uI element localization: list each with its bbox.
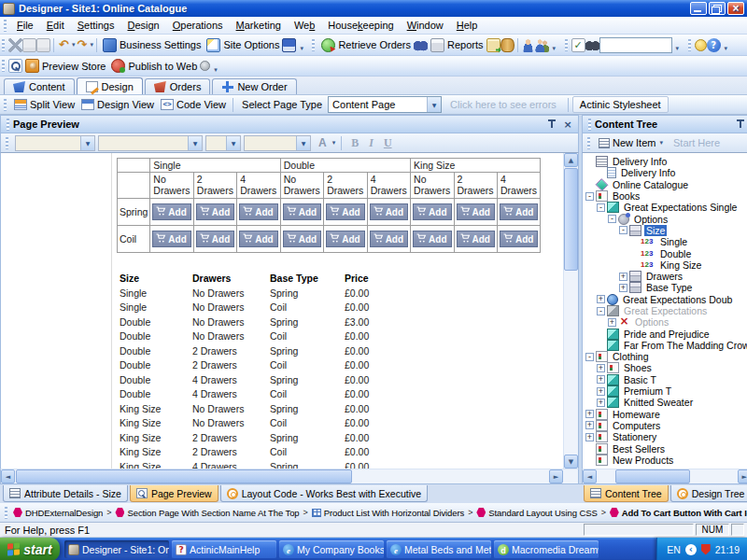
add-to-cart-button[interactable]: Add <box>239 231 277 247</box>
tree-item-great-expectations-single[interactable]: -Great Expectations Single <box>583 202 747 213</box>
toolbar-gripper[interactable] <box>565 39 568 51</box>
save-icon[interactable] <box>282 38 296 52</box>
menu-item-marketing[interactable]: Marketing <box>230 18 288 33</box>
menu-item-housekeeping[interactable]: Housekeeping <box>321 18 400 33</box>
bottom-tab-design-tree[interactable]: Design Tree <box>670 485 747 502</box>
toolbar-overflow-icon[interactable] <box>723 36 733 53</box>
tree-item-king-size[interactable]: 123King Size <box>583 259 747 271</box>
tree-toggle-minus-icon[interactable]: - <box>585 353 594 361</box>
taskbar-window-my-company-books[interactable]: My Company Books - ... <box>279 540 384 558</box>
scrollbar-thumb[interactable] <box>615 469 690 483</box>
color-select[interactable]: ▼ <box>244 135 311 151</box>
preview-store-button[interactable]: Preview Store <box>22 57 108 75</box>
tree-item-books[interactable]: -Books <box>583 190 747 202</box>
tree-toggle-minus-icon[interactable]: - <box>608 215 616 223</box>
actinic-stylesheet-button[interactable]: Actinic Stylesheet <box>572 96 669 113</box>
tree-item-shoes[interactable]: +Shoes <box>583 362 747 373</box>
minimize-button[interactable] <box>690 2 707 15</box>
hide-icons-chevron-icon[interactable] <box>685 544 697 555</box>
add-to-cart-button[interactable]: Add <box>196 203 234 220</box>
chevron-down-icon[interactable] <box>659 139 663 147</box>
tree-toggle-plus-icon[interactable]: + <box>597 387 605 396</box>
code-view-button[interactable]: Code View <box>158 97 229 112</box>
add-to-cart-button[interactable]: Add <box>283 203 321 220</box>
split-view-button[interactable]: Split View <box>11 97 78 112</box>
menu-item-operations[interactable]: Operations <box>166 18 230 33</box>
tree-toggle-minus-icon[interactable]: - <box>597 307 605 315</box>
search-orders-icon[interactable] <box>414 38 428 52</box>
add-to-cart-button[interactable]: Add <box>152 231 190 247</box>
design-view-button[interactable]: Design View <box>78 97 157 112</box>
start-button[interactable]: start <box>0 538 60 560</box>
tree-item-great-expectations[interactable]: -Great Expectations <box>583 305 747 316</box>
taskbar-window-designer-site1-onli[interactable]: Designer - Site1: Onli... <box>64 540 169 558</box>
toolbar-gripper[interactable] <box>312 39 315 51</box>
breadcrumb-item-add-to-cart-button-with-cart-icon[interactable]: Add To Cart Button With Cart Icon <box>610 508 747 518</box>
add-to-cart-button[interactable]: Add <box>413 231 451 247</box>
bottom-tab-page-preview[interactable]: Page Preview <box>130 485 218 502</box>
tree-toggle-minus-icon[interactable]: - <box>597 203 605 212</box>
italic-button[interactable]: I <box>365 136 377 150</box>
zoom-icon[interactable] <box>8 59 22 73</box>
add-to-cart-button[interactable]: Add <box>152 203 190 220</box>
scroll-down-icon[interactable]: ▼ <box>564 455 578 469</box>
menu-gripper[interactable] <box>4 20 7 32</box>
toolbar-gripper[interactable] <box>2 60 5 72</box>
tab-new-order[interactable]: New Order <box>212 78 296 94</box>
redo-dropdown-icon[interactable] <box>91 41 94 49</box>
redo-icon[interactable] <box>76 38 90 52</box>
tree-item-online-catalogue[interactable]: Online Catalogue <box>583 179 747 190</box>
tree-toggle-minus-icon[interactable]: - <box>585 192 594 201</box>
panel-gripper[interactable] <box>7 119 9 131</box>
customer-accounts-icon[interactable] <box>535 38 549 52</box>
tree-item-size[interactable]: -Size <box>583 225 747 236</box>
toolbar-gripper[interactable] <box>688 39 691 51</box>
tree-item-premium-t[interactable]: +Premium T <box>583 385 747 397</box>
tree-item-delivery-info[interactable]: Delivery Info <box>583 156 747 167</box>
search-input[interactable] <box>599 37 672 53</box>
menu-item-design[interactable]: Design <box>120 18 165 33</box>
scroll-right-icon[interactable]: ► <box>549 469 563 483</box>
add-to-cart-button[interactable]: Add <box>500 203 538 220</box>
chevron-down-icon[interactable]: ▼ <box>80 136 94 150</box>
toolbar-gripper[interactable] <box>2 39 5 51</box>
breadcrumb-item-product-list-with-horizontal-dividers[interactable]: Product List With Horizontal Dividers <box>312 508 464 518</box>
add-to-cart-button[interactable]: Add <box>500 231 538 247</box>
chevron-down-icon[interactable] <box>332 139 336 147</box>
cut-icon[interactable] <box>8 38 22 52</box>
scroll-left-icon[interactable]: ◄ <box>583 469 597 483</box>
restore-button[interactable] <box>709 2 726 15</box>
mail-export-icon[interactable] <box>486 38 500 52</box>
tree-item-clothing[interactable]: -Clothing <box>583 351 747 362</box>
scroll-left-icon[interactable]: ◄ <box>1 469 15 483</box>
site-options-button[interactable]: Site Options <box>204 36 282 54</box>
close-panel-icon[interactable] <box>561 119 574 131</box>
tree-toggle-plus-icon[interactable]: + <box>619 273 627 281</box>
tree-toggle-plus-icon[interactable]: + <box>597 295 605 303</box>
business-settings-button[interactable]: Business Settings <box>100 36 204 54</box>
menu-item-file[interactable]: File <box>10 18 40 33</box>
tree-item-computers[interactable]: +Computers <box>583 420 747 431</box>
chevron-down-icon[interactable]: ▼ <box>296 136 310 150</box>
breadcrumb-item-dhdexternaldesign[interactable]: DHDExternalDesign <box>13 508 103 518</box>
font-color-icon[interactable]: A <box>314 136 329 149</box>
copy-icon[interactable] <box>22 38 36 52</box>
add-to-cart-button[interactable]: Add <box>457 231 495 247</box>
tree-toggle-plus-icon[interactable]: + <box>597 364 605 372</box>
add-to-cart-button[interactable]: Add <box>326 203 364 220</box>
find-icon[interactable] <box>585 38 599 52</box>
tree-item-knitted-sweater[interactable]: +Knitted Sweater <box>583 397 747 408</box>
preview-vertical-scrollbar[interactable]: ▲ ▼ <box>563 153 578 469</box>
bottom-tab-attribute-details-size[interactable]: Attribute Details - Size <box>3 485 128 502</box>
tree-item-single[interactable]: 123Single <box>583 236 747 247</box>
tree-toggle-plus-icon[interactable]: + <box>597 399 605 407</box>
paste-icon[interactable] <box>36 38 50 52</box>
scrollbar-thumb[interactable] <box>16 469 352 483</box>
chevron-down-icon[interactable]: ▼ <box>427 97 441 112</box>
menu-item-web[interactable]: Web <box>288 18 321 33</box>
tree-item-base-type[interactable]: +Base Type <box>583 282 747 293</box>
archive-icon[interactable] <box>500 38 514 52</box>
scroll-up-icon[interactable]: ▲ <box>564 153 578 167</box>
add-to-cart-button[interactable]: Add <box>413 203 451 220</box>
bold-button[interactable]: B <box>347 136 362 150</box>
